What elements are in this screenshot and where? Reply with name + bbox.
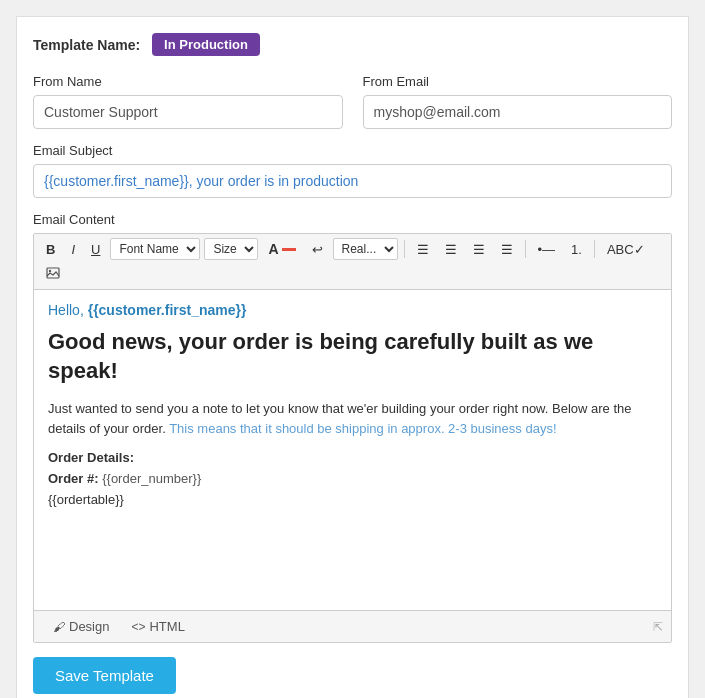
in-production-badge: In Production — [152, 33, 260, 56]
editor-wrapper: B I U Font Name Size A ↩ Real... — [33, 233, 672, 643]
editor-toolbar: B I U Font Name Size A ↩ Real... — [34, 234, 671, 290]
italic-button[interactable]: I — [65, 239, 81, 260]
font-size-select[interactable]: Size — [204, 238, 258, 260]
email-content-label: Email Content — [33, 212, 672, 227]
from-name-input[interactable] — [33, 95, 343, 129]
font-color-letter: A — [268, 241, 278, 257]
unordered-list-button[interactable]: •— — [532, 239, 562, 260]
design-icon: 🖌 — [53, 620, 65, 634]
save-template-button[interactable]: Save Template — [33, 657, 176, 694]
ordered-list-button[interactable]: 1. — [565, 239, 588, 260]
editor-footer: 🖌 Design <> HTML ⇱ — [34, 610, 671, 642]
template-name-row: Template Name: In Production — [33, 33, 672, 56]
resize-handle: ⇱ — [653, 620, 663, 634]
justify-button[interactable]: ☰ — [495, 239, 519, 260]
html-tab-label: HTML — [149, 619, 184, 634]
order-number-var: {{order_number}} — [102, 471, 201, 486]
spellcheck-button[interactable]: ABC✓ — [601, 239, 651, 260]
email-subject-label: Email Subject — [33, 143, 672, 158]
toolbar-divider-3 — [594, 240, 595, 258]
order-number-label: Order #: — [48, 471, 99, 486]
email-headline: Good news, your order is being carefully… — [48, 328, 657, 385]
bold-button[interactable]: B — [40, 239, 61, 260]
font-color-indicator — [282, 248, 296, 251]
align-right-button[interactable]: ☰ — [467, 239, 491, 260]
template-name-label: Template Name: — [33, 37, 140, 53]
greeting-line: Hello, {{customer.first_name}} — [48, 302, 657, 318]
toolbar-divider-2 — [525, 240, 526, 258]
from-email-label: From Email — [363, 74, 673, 89]
html-tab-button[interactable]: <> HTML — [120, 615, 195, 638]
from-row: From Name From Email — [33, 74, 672, 129]
body-text: Just wanted to send you a note to let yo… — [48, 399, 657, 438]
from-email-input[interactable] — [363, 95, 673, 129]
insert-image-button[interactable] — [40, 264, 66, 285]
page-wrapper: Template Name: In Production From Name F… — [16, 16, 689, 698]
font-color-button[interactable]: A — [262, 238, 301, 260]
real-select[interactable]: Real... — [333, 238, 398, 260]
design-tab-button[interactable]: 🖌 Design — [42, 615, 120, 638]
align-left-button[interactable]: ☰ — [411, 239, 435, 260]
greeting-var: {{customer.first_name}} — [88, 302, 247, 318]
email-subject-group: Email Subject — [33, 143, 672, 198]
from-name-group: From Name — [33, 74, 343, 129]
html-icon: <> — [131, 620, 145, 634]
email-subject-input[interactable] — [33, 164, 672, 198]
body-blue: This means that it should be shipping in… — [166, 421, 557, 436]
order-number-line: Order #: {{order_number}} — [48, 471, 657, 486]
underline-button[interactable]: U — [85, 239, 106, 260]
from-email-group: From Email — [363, 74, 673, 129]
font-name-select[interactable]: Font Name — [110, 238, 200, 260]
svg-point-1 — [49, 270, 51, 272]
editor-tabs: 🖌 Design <> HTML — [42, 615, 196, 638]
from-name-label: From Name — [33, 74, 343, 89]
ordertable-var: {{ordertable}} — [48, 492, 657, 507]
editor-content-area[interactable]: Hello, {{customer.first_name}} Good news… — [34, 290, 671, 610]
email-content-section: Email Content B I U Font Name Size A — [33, 212, 672, 643]
order-details-label: Order Details: — [48, 450, 657, 465]
image-icon — [46, 267, 60, 279]
undo-button[interactable]: ↩ — [306, 239, 329, 260]
design-tab-label: Design — [69, 619, 109, 634]
align-center-button[interactable]: ☰ — [439, 239, 463, 260]
toolbar-divider-1 — [404, 240, 405, 258]
